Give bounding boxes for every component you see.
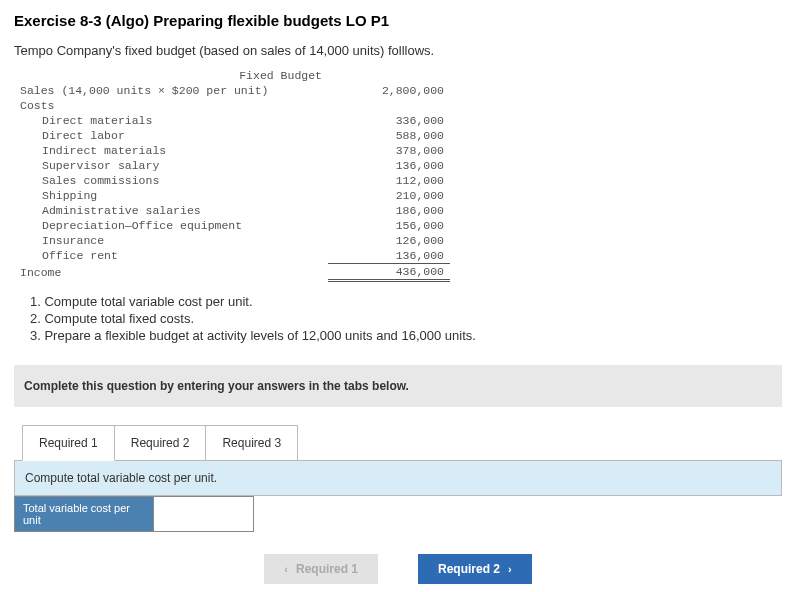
cost-row-label: Administrative salaries xyxy=(14,203,328,218)
instruction-item: 2. Compute total fixed costs. xyxy=(30,311,782,326)
cost-row-val: 136,000 xyxy=(328,248,450,264)
income-value: 436,000 xyxy=(328,264,450,281)
tab-required-2[interactable]: Required 2 xyxy=(114,425,207,461)
cost-row-val: 112,000 xyxy=(328,173,450,188)
income-label: Income xyxy=(14,264,328,281)
cost-row-label: Depreciation—Office equipment xyxy=(14,218,328,233)
cost-row-val: 588,000 xyxy=(328,128,450,143)
next-button-label: Required 2 xyxy=(438,562,500,576)
instruction-item: 3. Prepare a flexible budget at activity… xyxy=(30,328,782,343)
answer-row: Total variable cost per unit xyxy=(14,496,782,532)
cost-row-label: Direct labor xyxy=(14,128,328,143)
sales-value: 2,800,000 xyxy=(328,83,450,98)
sales-label: Sales (14,000 units × $200 per unit) xyxy=(14,83,328,98)
tabs-row: Required 1 Required 2 Required 3 xyxy=(22,425,782,461)
budget-header: Fixed Budget xyxy=(14,68,328,83)
cost-row-val: 378,000 xyxy=(328,143,450,158)
cost-row-label: Supervisor salary xyxy=(14,158,328,173)
cost-row-label: Shipping xyxy=(14,188,328,203)
complete-instruction-bar: Complete this question by entering your … xyxy=(14,365,782,407)
cost-row-val: 186,000 xyxy=(328,203,450,218)
instructions-list: 1. Compute total variable cost per unit.… xyxy=(30,294,782,343)
cost-row-label: Insurance xyxy=(14,233,328,248)
costs-label: Costs xyxy=(14,98,328,113)
answer-label: Total variable cost per unit xyxy=(14,496,154,532)
prev-button-label: Required 1 xyxy=(296,562,358,576)
tab-required-3[interactable]: Required 3 xyxy=(205,425,298,461)
exercise-title: Exercise 8-3 (Algo) Preparing flexible b… xyxy=(14,12,782,29)
cost-row-val: 336,000 xyxy=(328,113,450,128)
cost-row-val: 156,000 xyxy=(328,218,450,233)
answer-input[interactable] xyxy=(154,496,254,532)
chevron-left-icon: ‹ xyxy=(284,563,288,575)
fixed-budget-table: Fixed Budget Sales (14,000 units × $200 … xyxy=(14,68,450,282)
tab-prompt: Compute total variable cost per unit. xyxy=(14,460,782,496)
cost-row-label: Sales commissions xyxy=(14,173,328,188)
cost-row-label: Direct materials xyxy=(14,113,328,128)
cost-row-val: 136,000 xyxy=(328,158,450,173)
cost-row-label: Indirect materials xyxy=(14,143,328,158)
prev-button[interactable]: ‹ Required 1 xyxy=(264,554,378,584)
cost-row-val: 210,000 xyxy=(328,188,450,203)
cost-row-label: Office rent xyxy=(14,248,328,264)
intro-text: Tempo Company's fixed budget (based on s… xyxy=(14,43,782,58)
cost-row-val: 126,000 xyxy=(328,233,450,248)
chevron-right-icon: › xyxy=(508,563,512,575)
instruction-item: 1. Compute total variable cost per unit. xyxy=(30,294,782,309)
next-button[interactable]: Required 2 › xyxy=(418,554,532,584)
tab-required-1[interactable]: Required 1 xyxy=(22,425,115,461)
